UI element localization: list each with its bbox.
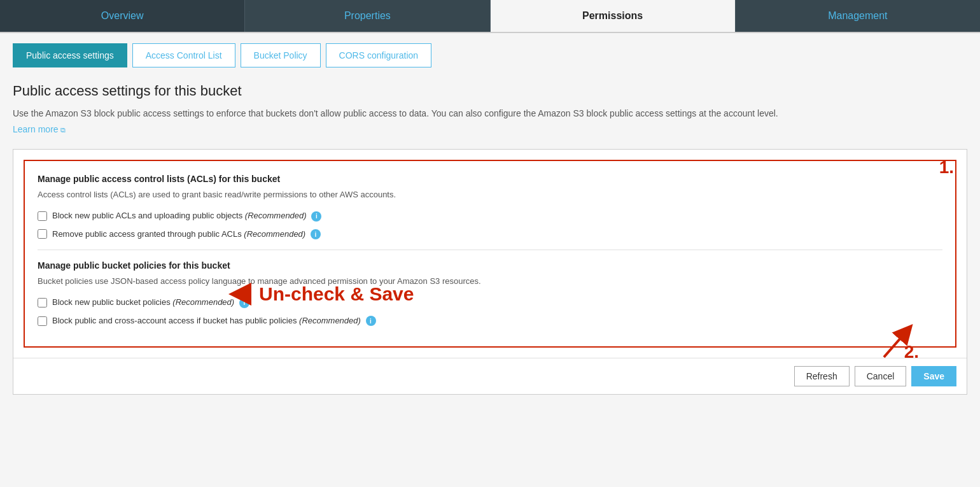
label-block-new-acls: Block new public ACLs and uploading publ… [52, 211, 321, 222]
bucket-policy-section: Manage public bucket policies for this b… [38, 260, 942, 326]
tab-management[interactable]: Management [736, 0, 980, 32]
acl-heading: Manage public access control lists (ACLs… [38, 174, 942, 184]
save-button[interactable]: Save [911, 366, 956, 386]
main-content: Public access settings for this bucket U… [0, 67, 980, 410]
tab-properties[interactable]: Properties [245, 0, 490, 32]
refresh-button[interactable]: Refresh [794, 366, 850, 386]
subtab-cors[interactable]: CORS configuration [326, 43, 432, 67]
checkbox-block-new-acls[interactable] [38, 211, 47, 221]
checkbox-row-block-cross-account: Block public and cross-account access if… [38, 316, 942, 327]
learn-more-link[interactable]: Learn more ⧉ [13, 124, 66, 134]
cancel-button[interactable]: Cancel [855, 366, 907, 386]
bucket-heading: Manage public bucket policies for this b… [38, 260, 942, 271]
recommended-badge-4: (Recommended) [299, 316, 361, 325]
red-highlighted-section: 1. Manage public access control lists (A… [24, 160, 956, 348]
label-block-cross-account: Block public and cross-account access if… [52, 316, 376, 327]
subtab-bucket-policy[interactable]: Bucket Policy [241, 43, 321, 67]
sub-nav: Public access settings Access Control Li… [0, 33, 980, 67]
label-block-new-policies: Block new public bucket policies (Recomm… [52, 297, 249, 308]
checkbox-row-block-new-acls: Block new public ACLs and uploading publ… [38, 211, 942, 222]
page-description: Use the Amazon S3 block public access se… [13, 107, 967, 120]
bucket-description: Bucket policies use JSON-based access po… [38, 276, 942, 287]
top-nav: Overview Properties Permissions Manageme… [0, 0, 980, 33]
settings-card: 1. Manage public access control lists (A… [13, 149, 967, 395]
acl-description: Access control lists (ACLs) are used to … [38, 189, 942, 201]
recommended-badge-2: (Recommended) [244, 229, 305, 239]
subtab-acl[interactable]: Access Control List [132, 43, 235, 67]
button-row: 2. Refresh Cancel Save [13, 358, 967, 394]
info-icon-1[interactable]: i [311, 211, 321, 222]
tab-permissions[interactable]: Permissions [491, 0, 736, 32]
info-icon-4[interactable]: i [366, 316, 376, 326]
annotation-number-1: 1. [939, 157, 954, 178]
checkbox-block-new-policies[interactable] [38, 298, 47, 307]
checkbox-remove-public-acls[interactable] [38, 229, 47, 239]
external-link-icon: ⧉ [60, 126, 66, 134]
checkbox-row-remove-public-acls: Remove public access granted through pub… [38, 229, 942, 240]
page-title: Public access settings for this bucket [13, 83, 967, 99]
label-remove-public-acls: Remove public access granted through pub… [52, 229, 321, 240]
divider [38, 250, 942, 250]
checkbox-block-cross-account[interactable] [38, 316, 47, 326]
tab-overview[interactable]: Overview [0, 0, 245, 32]
info-icon-3[interactable]: i [239, 298, 249, 308]
checkbox-row-block-new-policies: Block new public bucket policies (Recomm… [38, 297, 942, 308]
subtab-public-access[interactable]: Public access settings [13, 43, 127, 67]
recommended-badge-1: (Recommended) [245, 211, 307, 220]
learn-more-row: Learn more ⧉ [13, 123, 967, 136]
info-icon-2[interactable]: i [311, 229, 321, 239]
acl-section: Manage public access control lists (ACLs… [38, 174, 942, 239]
recommended-badge-3: (Recommended) [172, 297, 234, 307]
